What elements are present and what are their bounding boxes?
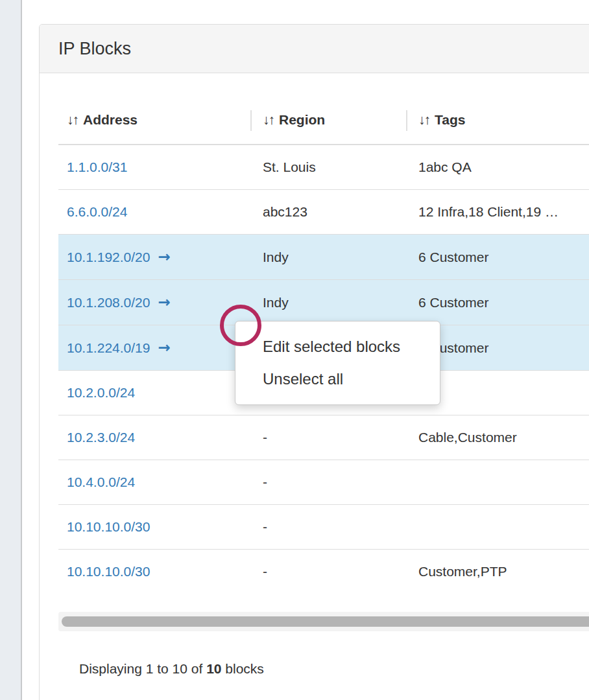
region-cell: -: [250, 505, 406, 550]
region-cell: -: [250, 460, 406, 505]
tags-cell: [406, 505, 589, 550]
ip-block-link[interactable]: 10.2.0.0/24: [67, 385, 135, 400]
selected-arrow-icon: →: [158, 248, 170, 265]
address-cell: 10.2.3.0/24: [58, 415, 250, 460]
table-row[interactable]: 10.1.192.0/20→ Indy 6 Customer: [58, 235, 589, 280]
horizontal-scrollbar-thumb[interactable]: [62, 616, 589, 627]
column-label: Tags: [435, 112, 465, 127]
ip-block-link[interactable]: 6.6.0.0/24: [67, 204, 127, 219]
sort-icon: ↓↑: [67, 112, 78, 127]
page-title: IP Blocks: [58, 39, 131, 59]
menu-item-edit-selected-blocks[interactable]: Edit selected blocks: [235, 331, 440, 363]
region-cell: Indy: [250, 235, 406, 280]
table-row[interactable]: 10.10.10.0/30 - Customer,PTP: [58, 550, 589, 594]
address-cell: 10.1.208.0/20→: [58, 280, 250, 325]
ip-block-link[interactable]: 10.10.10.0/30: [67, 519, 150, 534]
panel-header: IP Blocks: [40, 25, 589, 73]
address-cell: 10.10.10.0/30: [58, 505, 250, 550]
menu-item-unselect-all[interactable]: Unselect all: [235, 363, 440, 395]
selected-arrow-icon: →: [158, 294, 170, 310]
table-row[interactable]: 10.2.3.0/24 - Cable,Customer: [58, 415, 589, 460]
table-row[interactable]: 1.1.0.0/31 St. Louis 1abc QA: [58, 145, 589, 190]
region-cell: St. Louis: [250, 145, 406, 190]
horizontal-scrollbar-track[interactable]: [58, 612, 589, 631]
ip-block-link[interactable]: 10.1.208.0/20: [67, 295, 150, 310]
table-row[interactable]: 6.6.0.0/24 abc123 12 Infra,18 Client,19 …: [58, 190, 589, 235]
table-row[interactable]: 10.1.208.0/20→ Indy 6 Customer: [58, 280, 589, 325]
address-cell: 10.4.0.0/24: [58, 460, 250, 505]
address-cell: 10.1.192.0/20→: [58, 235, 250, 280]
column-header-region[interactable]: ↓↑Region: [250, 107, 406, 145]
tags-cell: Cable,Customer: [406, 415, 589, 460]
address-cell: 10.1.224.0/19→: [58, 325, 250, 371]
table-row[interactable]: 10.4.0.0/24 -: [58, 460, 589, 505]
column-label: Address: [83, 112, 138, 127]
tags-cell: Customer,PTP: [406, 550, 589, 594]
region-cell: Indy: [250, 280, 406, 325]
region-cell: -: [250, 550, 406, 594]
address-cell: 10.10.10.0/30: [58, 550, 250, 594]
ip-block-link[interactable]: 10.2.3.0/24: [67, 430, 135, 445]
table-header-row: ↓↑Address ↓↑Region ↓↑Tags: [58, 107, 589, 145]
column-label: Region: [279, 112, 325, 127]
total-count: 10: [206, 661, 221, 676]
address-cell: 1.1.0.0/31: [58, 145, 250, 190]
column-header-address[interactable]: ↓↑Address: [58, 107, 250, 145]
ip-block-link[interactable]: 10.4.0.0/24: [67, 474, 135, 489]
region-cell: -: [250, 415, 406, 460]
ip-block-link[interactable]: 1.1.0.0/31: [67, 159, 127, 174]
pagination-status: Displaying 1 to 10 of 10 blocks: [79, 660, 264, 678]
ip-block-link[interactable]: 10.10.10.0/30: [67, 564, 150, 579]
selected-arrow-icon: →: [158, 339, 170, 356]
sort-icon: ↓↑: [418, 112, 429, 127]
status-prefix: Displaying 1 to 10 of: [79, 661, 206, 676]
address-cell: 10.2.0.0/24: [58, 371, 250, 415]
tags-cell: 12 Infra,18 Client,19 …: [406, 190, 589, 235]
table-row[interactable]: 10.10.10.0/30 -: [58, 505, 589, 550]
column-header-tags[interactable]: ↓↑Tags: [406, 107, 589, 145]
ip-block-link[interactable]: 10.1.192.0/20: [67, 250, 150, 264]
tags-cell: 6 Customer: [406, 280, 589, 325]
tags-cell: [406, 460, 589, 505]
sort-icon: ↓↑: [263, 112, 274, 127]
tags-cell: 6 Customer: [406, 235, 589, 280]
status-suffix: blocks: [221, 661, 263, 676]
address-cell: 6.6.0.0/24: [58, 190, 250, 235]
app-side-rail: [0, 0, 22, 700]
tags-cell: 1abc QA: [406, 145, 589, 190]
context-menu: Edit selected blocks Unselect all: [235, 321, 440, 405]
region-cell: abc123: [250, 190, 406, 235]
ip-block-link[interactable]: 10.1.224.0/19: [67, 340, 150, 355]
